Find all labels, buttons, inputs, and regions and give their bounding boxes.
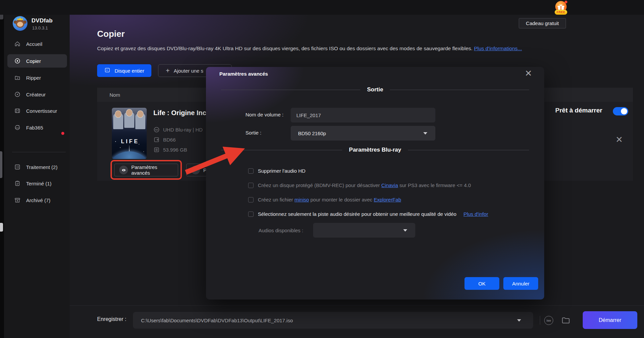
remove-row-icon[interactable]: ✕ [616,135,623,145]
sidebar-item-copier[interactable]: Copier [7,54,67,68]
free-gift-icon[interactable]: FREE [555,1,567,14]
sidebar-item-createur[interactable]: Créateur [7,88,67,101]
output-section-header: Sortie [221,86,529,93]
full-disc-label: Disque entier [115,68,144,74]
sidebar-item-label: Archivé (7) [26,197,51,203]
film-icon [14,107,21,114]
output-select[interactable]: BD50 2160p [291,126,435,141]
remove-hd-audio-label: Supprimer l'audio HD [258,168,305,174]
edge-fragment [0,151,2,178]
volume-name-value: LIFE_2017 [296,112,321,118]
ready-toggle[interactable] [613,107,628,115]
sidebar-item-termine[interactable]: Terminé (1) [7,177,67,190]
available-audios-label: Audios disponibles : [259,228,303,233]
available-audios-select[interactable] [313,223,415,238]
dialog-close-icon[interactable]: ✕ [525,68,532,79]
dvdfab-window: Copier Copiez et gravez des disques DVD/… [0,0,644,338]
plus-icon: + [166,67,170,74]
bluray-section-title: Paramètres Blu-ray [349,147,401,153]
sidebar-item-ripper[interactable]: Ripper [7,71,67,84]
folder-output-icon[interactable] [561,316,570,326]
start-button[interactable]: Démarrer [583,311,637,329]
advanced-settings-dialog: Paramètres avancés ✕ Sortie Nom de volum… [206,67,544,300]
sidebar-item-label: Accueil [26,41,42,47]
movie-disc-row: BD66 [153,137,176,143]
miniso-label: Créez un fichier miniso pour monter le d… [258,197,401,202]
movie-poster: LIFE [112,108,147,159]
explorerfab-link[interactable]: ExplorerFab [374,197,401,202]
save-to-label: Enregistrer : [97,316,126,322]
dvdfab-logo [13,16,27,31]
ok-button[interactable]: OK [464,277,499,290]
divider [390,90,529,90]
output-path-field[interactable]: C:\Users\fab\Documents\DVDFab\DVDFab13\O… [133,312,533,329]
advanced-settings-label: Paramètres avancés [131,164,173,176]
divider [408,150,529,150]
checkbox[interactable] [248,183,254,188]
protected-disc-row[interactable]: Créez un disque protégé (BDMV-REC) pour … [248,182,471,188]
movie-disc-type: BD66 [163,137,176,143]
advanced-settings-button[interactable]: Paramètres avancés [114,164,178,176]
column-name: Nom [97,92,120,98]
disc-icon [14,58,21,64]
audio-track-row[interactable]: Sélectionnez seulement la piste audio dé… [248,211,536,217]
page-description-text: Copiez et gravez des disques DVD/Blu-ray… [97,46,474,51]
volume-name-label: Nom de volume : [245,112,283,117]
brand-name: DVDfab [31,17,53,24]
divider [221,90,360,90]
movie-size: 53.996 GB [163,147,187,153]
sidebar-item-archive[interactable]: Archivé (7) [7,193,67,207]
free-gift-tooltip: Cadeau gratuit [519,18,566,28]
output-select-value: BD50 2160p [298,131,326,136]
sidebar-item-label: Convertisseur [26,108,57,114]
more-info-link[interactable]: Plus d'informations... [474,46,522,51]
checkbox[interactable] [248,212,254,217]
output-label: Sortie : [245,130,262,136]
audio-track-label: Sélectionnez seulement la piste audio dé… [258,211,456,217]
output-section-title: Sortie [367,86,383,93]
iso-output-icon[interactable]: iso [544,316,553,325]
page-description: Copiez et gravez des disques DVD/Blu-ray… [97,46,566,52]
logo-detail [17,17,23,20]
logo-detail [17,22,23,27]
cancel-button[interactable]: Annuler [503,277,538,290]
volume-name-input[interactable]: LIFE_2017 [291,108,435,122]
audios-select-caret [403,229,407,232]
fab365-notification-dot [61,132,64,135]
ready-to-start-label: Prêt à démarrer [555,107,602,114]
title-bar [0,0,644,15]
dialog-title: Paramètres avancés [219,71,268,77]
checkbox[interactable] [248,168,254,174]
sidebar-item-traitement[interactable]: Traitement (2) [7,160,67,174]
list-icon [153,147,160,153]
full-disc-button[interactable]: Disque entier [97,64,151,77]
sidebar: DVDfab 13.0.3.1 Accueil Copier Ripper Cr… [4,10,70,338]
cinavia-link[interactable]: Cinavia [381,182,398,188]
sidebar-item-fab365[interactable]: Fab365 [7,121,67,134]
clipboard-check-icon [14,180,21,187]
sidebar-item-label: Fab365 [26,125,43,131]
folder-rip-icon [14,74,21,81]
sidebar-item-convertisseur[interactable]: Convertisseur [7,104,67,117]
sidebar-item-label: Terminé (1) [26,181,52,186]
remove-hd-audio-row[interactable]: Supprimer l'audio HD [248,168,305,174]
poster-earth [112,151,147,159]
poster-face [126,109,133,116]
checkbox[interactable] [248,197,254,202]
output-select-caret [423,132,427,135]
archive-box-icon [14,197,21,203]
miniso-link[interactable]: miniso [294,197,309,202]
poster-face [137,110,144,118]
miniso-row[interactable]: Créez un fichier miniso pour monter le d… [248,197,401,202]
notification-dot [565,1,567,3]
screen-icon [153,137,160,143]
full-disc-icon [104,67,111,74]
sidebar-item-accueil[interactable]: Accueil [7,37,67,51]
background-window-edge [0,0,4,338]
edge-fragment [0,223,3,232]
page-title: Copier [97,29,125,39]
home-icon [14,40,21,47]
disc-create-icon [14,91,21,98]
path-dropdown-caret[interactable] [517,319,521,322]
more-info-link-2[interactable]: Plus d'infor [463,211,488,217]
